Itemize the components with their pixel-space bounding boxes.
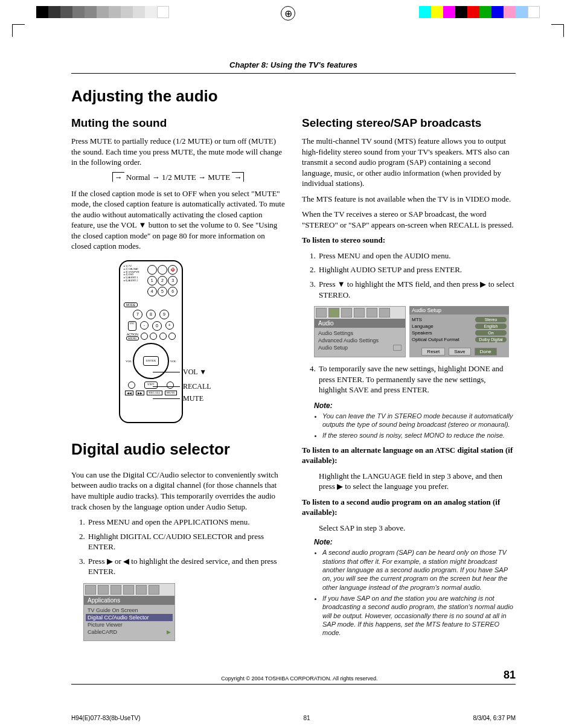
digital-steps: Press MENU and open the APPLICATIONS men… [71, 517, 285, 577]
heading-muting: Muting the sound [71, 117, 285, 130]
muting-paragraph-1: Press MUTE to partially reduce (1/2 MUTE… [71, 136, 285, 168]
note-list-1: You can leave the TV in STEREO mode beca… [316, 412, 516, 440]
heading-digital-audio: Digital audio selector [71, 440, 285, 459]
note-heading: Note: [314, 401, 516, 410]
page-footer: Copyright © 2004 TOSHIBA CORPORATION. Al… [71, 666, 516, 682]
remote-control-figure: ▸ 1) TV▸ 2) CBL/SAT▸ 3) VCR/PVR▸ 4) DVD▸… [71, 260, 285, 423]
menu-tab-icon [85, 585, 96, 595]
chapter-header: Chapter 8: Using the TV's features [71, 60, 516, 69]
applications-menu-screenshot: Applications TV Guide On Screen Digital … [83, 583, 175, 641]
subhead-listen-stereo: To listen to stereo sound: [302, 235, 516, 246]
print-job-info: H94(E)077-83(8b-UseTV) 81 8/3/04, 6:37 P… [0, 703, 576, 724]
print-registration-marks: ⊕ [0, 0, 576, 24]
muting-paragraph-2: If the closed caption mode is set to OFF… [71, 188, 285, 252]
subhead-alt-language: To listen to an alternate language on an… [302, 445, 516, 466]
mute-flow-diagram: → Normal → 1/2 MUTE → MUTE → [71, 173, 285, 182]
page-number: 81 [504, 669, 516, 682]
note-list-2: A second audio program (SAP) can be hear… [316, 548, 516, 637]
subhead-second-audio: To listen to a second audio program on a… [302, 497, 516, 518]
audio-menu-screenshots: Audio Audio Settings Advanced Audio Sett… [314, 306, 516, 357]
digital-paragraph: You can use the Digital CC/Audio selecto… [71, 470, 285, 512]
right-column: Selecting stereo/SAP broadcasts The mult… [302, 117, 516, 646]
callout-recall: RECALL [183, 382, 211, 391]
callout-vol: VOL ▼ [183, 368, 206, 377]
callout-mute: MUTE [183, 394, 203, 403]
stereo-steps-1: Press MENU and open the AUDIO menu. High… [302, 251, 516, 300]
heading-adjusting-audio: Adjusting the audio [71, 87, 516, 106]
heading-stereo-sap: Selecting stereo/SAP broadcasts [302, 117, 516, 130]
copyright-text: Copyright © 2004 TOSHIBA CORPORATION. Al… [95, 675, 504, 682]
left-column: Muting the sound Press MUTE to partially… [71, 117, 285, 646]
registration-mark-icon: ⊕ [281, 6, 295, 21]
